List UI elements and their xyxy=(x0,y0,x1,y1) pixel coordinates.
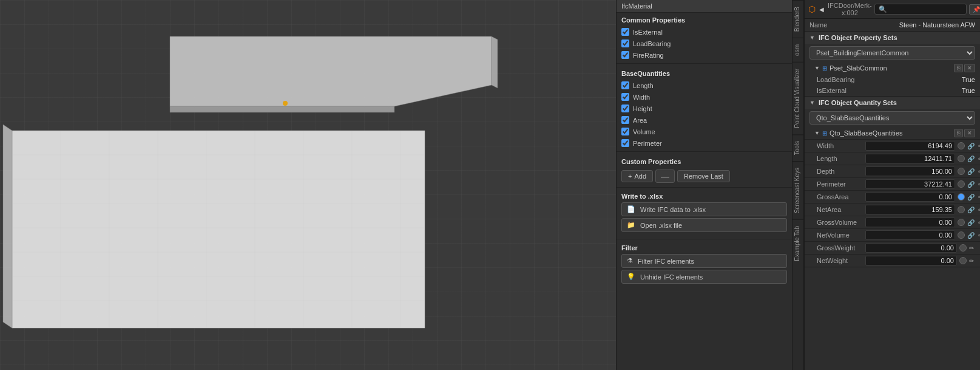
qty-grossweight-edit-icon[interactable]: ✏ xyxy=(968,244,975,252)
qty-width-input[interactable] xyxy=(865,141,955,151)
qty-perimeter-actions: 🔗 ✏ xyxy=(958,180,980,188)
firerating-checkbox[interactable] xyxy=(621,51,629,59)
isexternal-checkbox[interactable] xyxy=(621,28,629,36)
qty-width-dot[interactable] xyxy=(958,142,965,149)
length-checkbox[interactable] xyxy=(621,81,629,89)
perimeter-checkbox[interactable] xyxy=(621,139,629,147)
qty-netvolume-dot[interactable] xyxy=(958,231,965,239)
tab-screencast[interactable]: Screencast Keys xyxy=(792,161,803,219)
qty-grossweight-input[interactable] xyxy=(865,243,957,253)
filter-ifc-button[interactable]: ⚗ Filter IFC elements xyxy=(621,254,787,268)
qty-copy-button[interactable]: ⎘ xyxy=(954,129,963,137)
checkbox-firerating[interactable]: FireRating xyxy=(617,49,792,61)
tab-blender-b[interactable]: BlenderB xyxy=(792,0,803,38)
qty-length-dot[interactable] xyxy=(958,155,965,162)
write-ifc-button[interactable]: 📄 Write IFC data to .xlsx xyxy=(621,202,787,216)
qty-netarea-input[interactable] xyxy=(865,205,955,214)
tab-example[interactable]: Example Tab xyxy=(792,219,803,267)
qty-netarea-edit-icon[interactable]: ✏ xyxy=(977,206,980,214)
write-title: Write to .xlsx xyxy=(621,193,787,200)
pset-chevron-icon: ▼ xyxy=(814,65,820,71)
checkbox-length[interactable]: Length xyxy=(617,80,792,91)
checkbox-perimeter[interactable]: Perimeter xyxy=(617,137,792,149)
qty-length-edit-icon[interactable]: ✏ xyxy=(977,155,980,163)
qty-grossvolume-dot[interactable] xyxy=(958,219,965,226)
qty-dropdown[interactable]: Qto_SlabBaseQuantities xyxy=(809,111,975,125)
qty-depth-dot[interactable] xyxy=(958,168,965,175)
qty-row-grossvolume: GrossVolume 🔗 ✏ xyxy=(805,216,980,228)
qty-delete-button[interactable]: ✕ xyxy=(964,129,975,137)
qty-grossvolume-input[interactable] xyxy=(865,218,955,227)
qty-depth-link-icon[interactable]: 🔗 xyxy=(966,168,976,176)
ifc-quantity-sets-header[interactable]: ▼ IFC Object Quantity Sets xyxy=(805,97,980,109)
pset-grid-icon: ⊞ xyxy=(822,65,827,72)
svg-point-20 xyxy=(283,101,288,106)
area-checkbox[interactable] xyxy=(621,116,629,124)
pin-button[interactable]: 📌 xyxy=(969,4,980,15)
tab-tools[interactable]: Tools xyxy=(792,134,803,161)
qty-grossarea-input[interactable] xyxy=(865,192,955,202)
volume-label: Volume xyxy=(633,128,655,135)
tab-point-cloud[interactable]: Point Cloud Visualizer xyxy=(792,62,803,134)
qty-grossweight-actions: ✏ xyxy=(959,244,975,252)
qty-perimeter-dot[interactable] xyxy=(958,180,965,188)
checkbox-width[interactable]: Width xyxy=(617,91,792,103)
pset-copy-button[interactable]: ⎘ xyxy=(954,64,963,72)
properties-top-bar: ⬡ ◀ IFCDoor/Merk-x:002 📌 ⋮ xyxy=(805,0,980,19)
tab-osm[interactable]: osm xyxy=(792,38,803,62)
qty-netvolume-input[interactable] xyxy=(865,230,955,240)
pset-dropdown[interactable]: Pset_BuildingElementCommon xyxy=(809,46,975,60)
custom-properties-actions: + Add — Remove Last xyxy=(617,168,792,185)
add-custom-prop-button[interactable]: + Add xyxy=(621,170,653,182)
qty-grossvolume-link-icon[interactable]: 🔗 xyxy=(966,219,976,227)
checkbox-volume[interactable]: Volume xyxy=(617,126,792,137)
qty-netweight-dot[interactable] xyxy=(959,257,967,264)
qty-perimeter-input[interactable] xyxy=(865,179,955,189)
checkbox-loadbearing[interactable]: LoadBearing xyxy=(617,38,792,49)
qty-depth-input[interactable] xyxy=(865,166,955,176)
qty-netweight-edit-icon[interactable]: ✏ xyxy=(968,257,975,265)
write-ifc-label: Write IFC data to .xlsx xyxy=(640,206,706,213)
pset-delete-button[interactable]: ✕ xyxy=(964,64,975,72)
qty-grossarea-edit-icon[interactable]: ✏ xyxy=(977,193,980,201)
qty-netarea-link-icon[interactable]: 🔗 xyxy=(966,206,976,214)
length-label: Length xyxy=(633,82,654,89)
qty-width-edit-icon[interactable]: ✏ xyxy=(977,142,980,150)
nav-prev-icon[interactable]: ◀ xyxy=(818,6,825,13)
qty-row-netweight: NetWeight ✏ xyxy=(805,254,980,267)
unhide-ifc-button[interactable]: 💡 Unhide IFC elements xyxy=(621,270,787,284)
qty-depth-edit-icon[interactable]: ✏ xyxy=(977,168,980,176)
qty-perimeter-edit-icon[interactable]: ✏ xyxy=(977,180,980,188)
qty-grossarea-link-icon[interactable]: 🔗 xyxy=(966,193,976,201)
qty-netvolume-link-icon[interactable]: 🔗 xyxy=(966,231,976,239)
qty-length-link-icon[interactable]: 🔗 xyxy=(966,155,976,163)
viewport[interactable] xyxy=(0,0,616,370)
checkbox-height[interactable]: Height xyxy=(617,103,792,114)
qty-length-input[interactable] xyxy=(865,154,955,163)
volume-checkbox[interactable] xyxy=(621,128,629,135)
height-checkbox[interactable] xyxy=(621,104,629,112)
filter-section: Filter ⚗ Filter IFC elements 💡 Unhide IF… xyxy=(617,242,792,288)
ifc-property-sets-header[interactable]: ▼ IFC Object Property Sets xyxy=(805,32,980,44)
minus-button[interactable]: — xyxy=(655,170,675,183)
qty-width-link-icon[interactable]: 🔗 xyxy=(966,142,976,150)
isexternal-prop-label: IsExternal xyxy=(817,87,847,94)
search-input[interactable] xyxy=(874,4,967,15)
qty-perimeter-link-icon[interactable]: 🔗 xyxy=(966,180,976,188)
remove-last-button[interactable]: Remove Last xyxy=(677,170,730,182)
qty-row-depth: Depth 🔗 ✏ xyxy=(805,165,980,177)
width-checkbox[interactable] xyxy=(621,93,629,101)
qty-pset-row: ▼ ⊞ Qto_SlabBaseQuantities ⎘ ✕ xyxy=(805,127,980,139)
open-xlsx-button[interactable]: 📁 Open .xlsx file xyxy=(621,218,787,232)
qty-netweight-input[interactable] xyxy=(865,256,957,266)
qty-netarea-dot[interactable] xyxy=(958,206,965,213)
loadbearing-checkbox[interactable] xyxy=(621,39,629,47)
checkbox-area[interactable]: Area xyxy=(617,114,792,126)
qty-grossvolume-edit-icon[interactable]: ✏ xyxy=(977,219,980,227)
qty-grossweight-dot[interactable] xyxy=(959,244,967,252)
checkbox-isexternal[interactable]: IsExternal xyxy=(617,26,792,38)
qty-row-perimeter: Perimeter 🔗 ✏ xyxy=(805,177,980,190)
slab-geometry xyxy=(0,0,616,370)
qty-netvolume-edit-icon[interactable]: ✏ xyxy=(977,231,980,239)
qty-grossarea-dot[interactable] xyxy=(958,193,965,200)
